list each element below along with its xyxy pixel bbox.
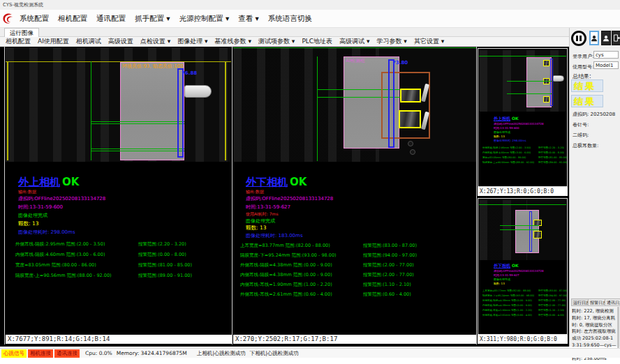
reel-number-label: 卷针号: (573, 121, 589, 128)
login-user-field[interactable]: cys (593, 51, 619, 59)
menu-item-language-switch[interactable]: 系统语言切换 (268, 14, 312, 24)
mini-line: 图像处理完成 (494, 130, 510, 134)
toolbar-image-processing[interactable]: 图像处理 ▾ (177, 37, 207, 46)
divider (232, 46, 232, 344)
left-camera-image[interactable]: 环境亮值:93, 动态亮值:100 76.88 (6, 47, 231, 162)
menu-item-light-control[interactable]: 光源控制配置 ▾ (179, 14, 230, 24)
toolbar-test-params[interactable]: 测试项参数 ▾ (258, 37, 295, 46)
center-measure-row: 外侧耳线-隔膜=4.38mm 范围:(0.00 - 9.00) (240, 262, 332, 268)
menu-item-comm-config[interactable]: 通讯配置 (96, 14, 126, 24)
tab-detect-box (543, 60, 549, 66)
green-measure-line (500, 229, 539, 230)
center-camera-title: 外下相机OK (246, 176, 307, 189)
left-output-line: 输出:数据 (18, 189, 36, 195)
mini-row: 宽度=83.05mm 范围:(80.00 - 86.00) (482, 156, 526, 159)
left-measure-row: 内侧耳线-隔膜:4.60mm 范围:(3.00 - 6.00) (15, 252, 105, 258)
center-camera-image[interactable]: AI检测框 73.80 (233, 47, 476, 162)
comm-connection-badge: 通讯连接 (54, 349, 80, 358)
green-measure-line (91, 149, 184, 149)
mini-top-coordinate-bar: X:267;Y:13;R:0;G:0;B:0 (478, 187, 568, 196)
yellow-baseline (6, 61, 231, 62)
green-measure-line (91, 121, 184, 122)
mini-row: 报警范围:(2.20 - 3.20) (538, 146, 564, 149)
mini-line: 图像处理耗时: 298.00ms (494, 139, 526, 142)
mini-bottom-view[interactable]: 外下相机OK 虚拟码:OFFline20250208133134728 时间:1… (478, 198, 568, 335)
center-alarm-row: 报警范围:(2.00 - 77.00) (363, 262, 414, 268)
menu-item-camera-config[interactable]: 相机配置 (58, 14, 87, 24)
green-measure-line (507, 93, 552, 94)
exit-button[interactable] (612, 31, 620, 45)
mini-top-view[interactable]: 外上相机OK 虚拟码:OFFline20250208133134728 时间:1… (478, 48, 568, 187)
mini-line: 时间:13-31-59-600 (494, 126, 519, 130)
divider (476, 46, 477, 344)
mini-row: 报警范围:(83.00 - 87.00) (538, 289, 567, 292)
yellow-edge-line (7, 61, 8, 160)
toolbar-spot-check[interactable]: 点检设置 ▾ (140, 37, 170, 46)
tab-comm-log[interactable]: 通讯日志 (605, 298, 620, 306)
measure-value-label: 73.80 (392, 60, 408, 66)
mini-top-camera-name: 外上相机 (494, 116, 510, 121)
mini-row: 报警范围:(0.00 - 8.00) (538, 151, 564, 154)
status-bar: 心跳信号 相机连接 通讯连接 Cpu: 0.0% Memory: 3424.41… (0, 348, 620, 358)
center-measure-row: 外侧耳线-耳线=2.61mm 范围:(0.60 - 4.00) (240, 291, 332, 298)
yellow-edge-line (225, 61, 226, 160)
center-alarm-row: 报警范围:(94.00 - 97.00) (363, 252, 417, 259)
left-status-line: 图像处理完成 (18, 212, 47, 219)
mini-line: 图像处理完成 (494, 278, 510, 281)
menu-bar: 系统配置 相机配置 通讯配置 抓手配置 ▾ 光源控制配置 ▾ 查看 ▾ 系统语言… (0, 10, 620, 28)
toolbar: 相机配置 AI使用配置 相机调试 高级设置 点检设置 ▾ 图像处理 ▾ 基准线参… (0, 37, 620, 47)
green-baseline (479, 56, 566, 56)
toolbar-baseline-params[interactable]: 基准线参数 ▾ (215, 37, 251, 46)
blue-measure-rect (529, 211, 532, 252)
green-baseline (479, 204, 566, 205)
tab-detect-box (543, 96, 549, 103)
center-alarm-row: 报警范围:(2.00 - 77.00) (363, 272, 414, 278)
cpu-usage: Cpu: 0.0% (85, 350, 112, 356)
mini-top-image (479, 50, 566, 112)
toolbar-learning-params[interactable]: 学习参数 ▾ (377, 37, 407, 46)
center-alarm-row: 报警范围:(83.00 - 87.00) (363, 243, 417, 249)
left-camera-name: 外上相机 (18, 176, 60, 188)
mini-line: 颗数: 13 (494, 282, 505, 285)
login-user-label: 登录用户: (573, 53, 593, 60)
divider (4, 46, 5, 344)
mini-top-ok: OK (512, 116, 519, 121)
screw-head (408, 141, 413, 146)
image-background (6, 47, 231, 162)
mini-top-title: 外上相机OK (494, 116, 519, 122)
center-measure-row: 上耳宽度=83.77mm 范围:(82.00 - 88.00) (240, 243, 330, 249)
result-display-1: 结果 (571, 79, 603, 92)
pause-button[interactable] (571, 31, 586, 46)
toolbar-advanced-debug[interactable]: 高级调试 ▾ (339, 37, 369, 46)
center-status-line: 图像处理完成 (246, 218, 275, 225)
qr-code-label: 二维码: (573, 132, 589, 139)
mini-bottom-ok: OK (512, 263, 519, 268)
toolbar-camera-config[interactable]: 相机配置 (6, 37, 31, 46)
toolbar-advanced-settings[interactable]: 高级设置 (108, 37, 133, 46)
tab-strip (0, 28, 620, 37)
heartbeat-status-badge: 心跳信号 (1, 349, 27, 358)
connector-part (553, 75, 564, 82)
user-login-button[interactable] (589, 31, 599, 45)
model-field[interactable]: Model1 (593, 61, 619, 69)
left-camera-title: 外上相机OK (18, 176, 79, 189)
control-sidebar: 登录用户: cys 使用型号: Model1 总结果: 结果 结果 虚拟码: 2… (569, 28, 620, 347)
menu-item-gripper-config[interactable]: 抓手配置 ▾ (135, 14, 170, 24)
menu-item-view[interactable]: 查看 ▾ (238, 14, 259, 24)
center-code-line: 虚拟码:OFFline20250208133134728 (246, 195, 333, 202)
left-measure-row: 外侧耳线-隔膜:2.95mm 范围:(2.00 - 3.50) (15, 241, 105, 248)
user-switch-button[interactable] (601, 31, 611, 45)
mini-row: 外侧耳线-隔膜:2.95mm 范围:(2.00 - 3.50) (482, 146, 531, 149)
left-result-ok: OK (62, 176, 79, 188)
toolbar-ai-usage-config[interactable]: AI使用配置 (38, 37, 69, 46)
toolbar-camera-debug[interactable]: 相机调试 (76, 37, 101, 46)
green-baseline (233, 47, 476, 48)
toolbar-other-settings[interactable]: 其它设置 ▾ (414, 37, 444, 46)
memory-usage: Memory: 3424.41796875M (117, 350, 187, 356)
center-measure-row: 内侧耳线-耳线=1.90mm 范围:(1.00 - 2.20) (240, 282, 332, 288)
left-alarm-row: 报警范围:(89.00 - 91.00) (138, 273, 192, 279)
menu-item-system-config[interactable]: 系统配置 (20, 14, 49, 24)
center-coordinate-bar: X:270;Y:2502;R:17;G:17;B:17 (233, 335, 476, 344)
total-tab-count-label: 总极耳数量: (573, 142, 598, 149)
toolbar-plc-address[interactable]: PLC地址表 (302, 37, 332, 46)
